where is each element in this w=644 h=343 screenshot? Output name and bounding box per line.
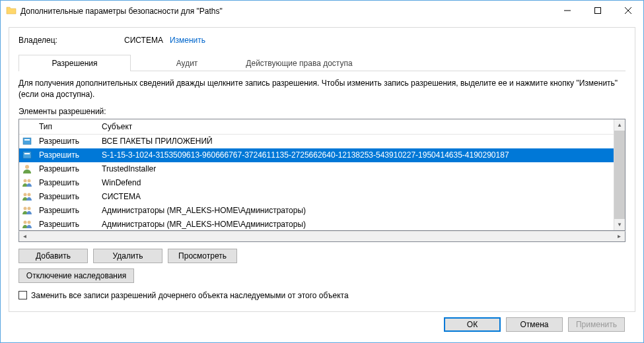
row-type: Разрешить xyxy=(35,206,98,215)
row-subject: СИСТЕМА xyxy=(98,192,614,201)
header-icon-col[interactable] xyxy=(19,125,35,129)
owner-row: Владелец: СИСТЕМА Изменить xyxy=(18,36,626,45)
svg-point-6 xyxy=(24,179,27,183)
vertical-scrollbar[interactable]: ▲ ▼ xyxy=(614,119,625,230)
principal-icon xyxy=(19,219,35,230)
tab-effective-access[interactable]: Действующие права доступа xyxy=(243,55,355,71)
svg-point-7 xyxy=(28,179,31,183)
minimize-button[interactable] xyxy=(552,1,583,20)
svg-rect-1 xyxy=(23,138,31,144)
principal-icon xyxy=(19,150,35,160)
svg-point-10 xyxy=(24,207,27,210)
list-header: Тип Субъект xyxy=(19,119,614,135)
remove-button[interactable]: Удалить xyxy=(93,249,162,263)
table-row[interactable]: РазрешитьS-1-15-3-1024-3153509613-960666… xyxy=(19,148,614,162)
scroll-down-icon[interactable]: ▼ xyxy=(614,219,625,230)
row-type: Разрешить xyxy=(35,220,98,229)
row-type: Разрешить xyxy=(35,150,98,160)
principal-icon xyxy=(19,191,35,202)
principal-icon xyxy=(19,164,35,174)
svg-rect-4 xyxy=(24,153,30,154)
table-row[interactable]: РазрешитьВСЕ ПАКЕТЫ ПРИЛОЖЕНИЙ xyxy=(19,135,614,148)
row-type: Разрешить xyxy=(35,192,98,201)
header-subject[interactable]: Субъект xyxy=(98,120,614,133)
change-owner-link[interactable]: Изменить xyxy=(170,36,205,45)
tab-permissions[interactable]: Разрешения xyxy=(18,55,131,71)
tabs: Разрешения Аудит Действующие права досту… xyxy=(18,54,626,71)
header-type[interactable]: Тип xyxy=(35,120,98,133)
window-controls xyxy=(552,1,643,20)
svg-rect-0 xyxy=(595,8,601,14)
principal-icon xyxy=(19,205,35,216)
replace-children-checkbox[interactable] xyxy=(18,291,27,299)
title-bar: Дополнительные параметры безопасности дл… xyxy=(1,1,643,20)
view-button[interactable]: Просмотреть xyxy=(168,249,237,263)
row-subject: Администраторы (MR_ALEKS-HOME\Администра… xyxy=(98,206,614,215)
row-subject: Администраторы (MR_ALEKS-HOME\Администра… xyxy=(98,220,614,229)
svg-point-8 xyxy=(24,193,27,197)
ok-button[interactable]: ОК xyxy=(444,317,501,332)
svg-point-5 xyxy=(25,165,29,169)
principal-icon xyxy=(19,136,35,146)
principal-icon xyxy=(19,177,35,188)
scroll-up-icon[interactable]: ▲ xyxy=(614,119,625,131)
add-button[interactable]: Добавить xyxy=(18,249,88,263)
cancel-button[interactable]: Отмена xyxy=(506,317,563,332)
svg-point-11 xyxy=(28,207,31,210)
table-row[interactable]: РазрешитьАдминистраторы (MR_ALEKS-HOME\А… xyxy=(19,218,614,230)
maximize-button[interactable] xyxy=(583,1,613,20)
scroll-left-icon[interactable]: ◄ xyxy=(19,232,30,241)
permission-list[interactable]: Тип Субъект РазрешитьВСЕ ПАКЕТЫ ПРИЛОЖЕН… xyxy=(18,119,626,231)
scroll-thumb[interactable] xyxy=(614,131,625,219)
client-area: Владелец: СИСТЕМА Изменить Разрешения Ау… xyxy=(1,20,643,342)
row-subject: ВСЕ ПАКЕТЫ ПРИЛОЖЕНИЙ xyxy=(98,137,614,146)
apply-button[interactable]: Применить xyxy=(568,317,625,332)
tab-audit[interactable]: Аудит xyxy=(131,55,243,71)
row-type: Разрешить xyxy=(35,164,98,173)
info-text: Для получения дополнительных сведений дв… xyxy=(18,78,626,100)
scroll-right-icon[interactable]: ► xyxy=(614,232,625,241)
horizontal-scrollbar[interactable]: ◄ ► xyxy=(18,231,626,242)
svg-rect-2 xyxy=(24,139,30,140)
table-row[interactable]: РазрешитьАдминистраторы (MR_ALEKS-HOME\А… xyxy=(19,204,614,218)
window-title: Дополнительные параметры безопасности дл… xyxy=(20,6,552,16)
table-row[interactable]: РазрешитьTrustedInstaller xyxy=(19,162,614,176)
svg-point-13 xyxy=(28,221,31,224)
row-subject: S-1-15-3-1024-3153509613-960666767-37246… xyxy=(98,150,614,160)
inner-panel: Владелец: СИСТЕМА Изменить Разрешения Ау… xyxy=(9,27,635,312)
row-type: Разрешить xyxy=(35,137,98,146)
row-subject: TrustedInstaller xyxy=(98,164,614,173)
svg-point-12 xyxy=(24,221,27,224)
close-button[interactable] xyxy=(613,1,643,20)
permission-entries-label: Элементы разрешений: xyxy=(18,107,626,116)
row-type: Разрешить xyxy=(35,178,98,187)
svg-rect-3 xyxy=(23,152,31,158)
table-row[interactable]: РазрешитьСИСТЕМА xyxy=(19,190,614,204)
table-row[interactable]: РазрешитьWinDefend xyxy=(19,176,614,190)
disable-inheritance-button[interactable]: Отключение наследования xyxy=(18,268,134,283)
window: Дополнительные параметры безопасности дл… xyxy=(0,0,644,343)
owner-label: Владелец: xyxy=(18,36,124,45)
replace-children-label: Заменить все записи разрешений дочернего… xyxy=(31,291,349,300)
owner-value: СИСТЕМА xyxy=(124,36,163,45)
row-subject: WinDefend xyxy=(98,178,614,187)
folder-icon xyxy=(6,5,17,16)
replace-children-checkbox-row: Заменить все записи разрешений дочернего… xyxy=(18,291,626,300)
dialog-buttons: ОК Отмена Применить xyxy=(9,312,635,337)
svg-point-9 xyxy=(28,193,31,197)
